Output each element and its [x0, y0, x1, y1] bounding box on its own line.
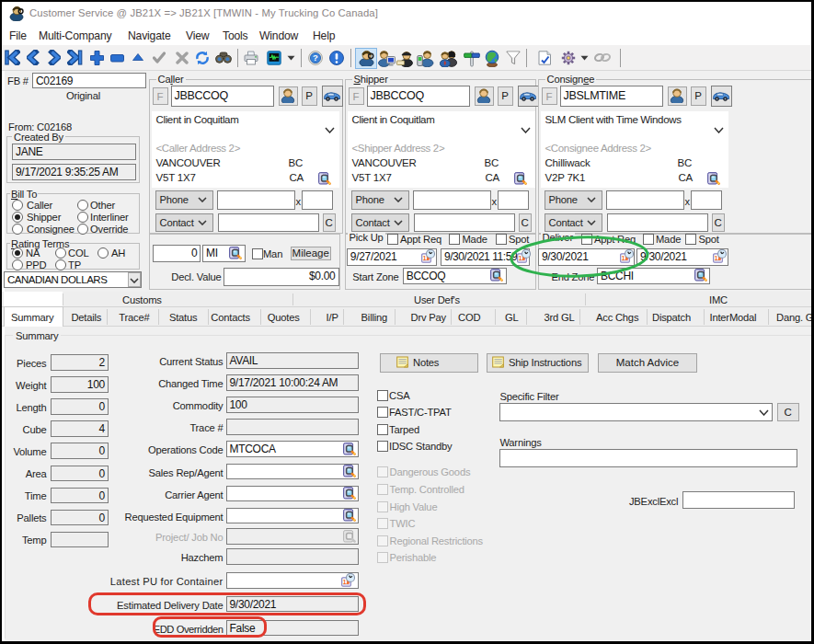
svg-text:?: ?: [313, 52, 318, 63]
